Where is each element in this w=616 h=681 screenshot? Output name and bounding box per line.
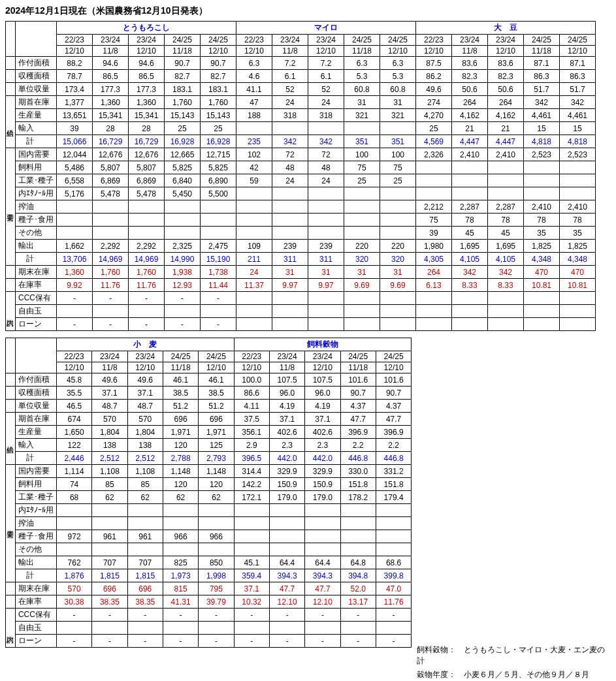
data-cell: 2,212: [416, 200, 452, 214]
data-cell: 4,447: [488, 135, 524, 148]
data-cell: -: [93, 318, 129, 331]
data-cell: [452, 305, 488, 318]
data-cell: 42: [236, 161, 272, 174]
data-cell: [305, 622, 340, 635]
data-cell: 264: [416, 266, 452, 279]
data-cell: [380, 318, 416, 331]
data-cell: [524, 187, 560, 200]
data-cell: 707: [92, 556, 127, 569]
data-cell: 1,760: [93, 266, 129, 279]
data-cell: 2,512: [92, 452, 127, 465]
row-label-free: 自由玉: [16, 305, 57, 318]
data-cell: 37.1: [234, 582, 269, 595]
data-cell: [380, 227, 416, 240]
data-cell: -: [129, 318, 165, 331]
data-cell: [305, 504, 340, 517]
data-cell: 16,729: [129, 135, 165, 148]
data-cell: 87.1: [524, 57, 560, 70]
side-supply: 供給: [6, 413, 16, 465]
data-cell: 4,447: [452, 135, 488, 148]
data-cell: 75: [380, 161, 416, 174]
data-cell: 399.8: [376, 569, 411, 582]
data-cell: 21: [488, 122, 524, 135]
side-supply: 供給: [6, 96, 16, 148]
data-cell: 86.3: [524, 70, 560, 83]
data-cell: 13.17: [340, 595, 376, 609]
data-cell: 235: [236, 135, 272, 148]
data-cell: 4,461: [524, 109, 560, 122]
data-cell: 15,143: [165, 109, 201, 122]
data-cell: [524, 174, 560, 187]
data-cell: 6,869: [93, 174, 129, 187]
data-cell: 49.6: [92, 373, 127, 387]
year-header: 24/25: [199, 351, 234, 362]
row-label-ccc: CCC保有: [15, 609, 56, 622]
data-cell: [272, 305, 308, 318]
data-cell: 6.13: [416, 279, 452, 292]
data-cell: 47.7: [305, 582, 340, 595]
data-cell: -: [234, 609, 269, 622]
data-cell: 4,818: [524, 135, 560, 148]
data-cell: [376, 543, 411, 556]
row-label-import: 輸入: [16, 122, 57, 135]
data-cell: 4,305: [416, 253, 452, 266]
date-header: 12/10: [199, 362, 234, 373]
data-cell: [452, 292, 488, 305]
data-cell: [92, 543, 127, 556]
data-cell: 24: [236, 266, 272, 279]
data-cell: 138: [92, 439, 127, 452]
data-cell: 1,695: [452, 240, 488, 253]
data-cell: 359.4: [234, 569, 269, 582]
row-label-endstk: 期末在庫: [16, 266, 57, 279]
data-cell: [380, 305, 416, 318]
data-cell: 52: [272, 83, 308, 96]
data-cell: 37.1: [92, 387, 127, 400]
data-cell: [344, 200, 380, 214]
data-cell: 4,105: [452, 253, 488, 266]
data-cell: [93, 200, 129, 214]
data-cell: [524, 292, 560, 305]
data-cell: 15,143: [201, 109, 236, 122]
year-header: 23/24: [127, 351, 163, 362]
data-cell: [57, 305, 93, 318]
row-label-harvested: 収穫面積: [15, 387, 56, 400]
date-header: 11/18: [340, 362, 376, 373]
row-label-crush: 搾油: [15, 517, 56, 530]
data-cell: [416, 318, 452, 331]
data-cell: 47.7: [376, 413, 411, 426]
data-cell: 4,461: [560, 109, 596, 122]
data-cell: [236, 227, 272, 240]
data-cell: [308, 305, 344, 318]
data-cell: 90.7: [201, 57, 236, 70]
data-cell: [376, 517, 411, 530]
data-cell: [524, 305, 560, 318]
data-cell: 2.2: [340, 439, 376, 452]
data-cell: [488, 292, 524, 305]
data-cell: 25: [165, 122, 201, 135]
data-cell: 4,105: [488, 253, 524, 266]
data-cell: [127, 504, 163, 517]
data-cell: 9.97: [308, 279, 344, 292]
data-cell: 150.9: [269, 478, 304, 491]
data-cell: 82.3: [452, 70, 488, 83]
data-cell: 82.7: [165, 70, 201, 83]
data-cell: 696: [199, 413, 234, 426]
row-label-import: 輸入: [15, 439, 56, 452]
data-cell: [380, 187, 416, 200]
date-header: 12/10: [201, 46, 236, 57]
data-cell: 14,990: [165, 253, 201, 266]
row-label-planted: 作付面積: [16, 57, 57, 70]
data-cell: 62: [163, 491, 198, 504]
data-cell: 101.6: [340, 373, 376, 387]
data-cell: [236, 200, 272, 214]
row-label-endstk: 期末在庫: [15, 582, 56, 595]
data-cell: 674: [56, 413, 91, 426]
data-cell: 25: [416, 122, 452, 135]
row-label-crush: 搾油: [16, 200, 57, 214]
data-cell: 179.4: [376, 491, 411, 504]
data-cell: [452, 318, 488, 331]
data-cell: -: [165, 292, 201, 305]
data-cell: [340, 622, 376, 635]
data-cell: 396.9: [376, 426, 411, 439]
data-cell: [269, 530, 304, 543]
